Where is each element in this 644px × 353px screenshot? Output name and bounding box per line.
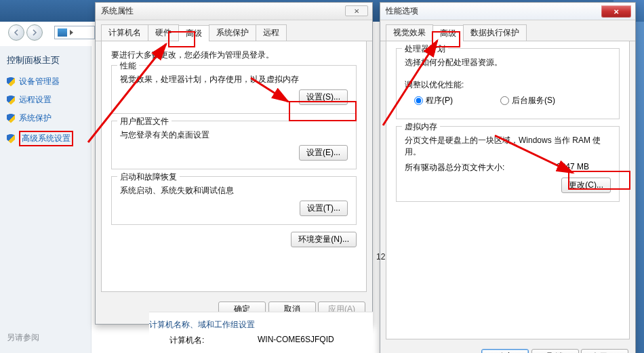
control-panel-sidebar: 控制面板主页 设备管理器 远程设置 系统保护 高级系统设置 另请参阅 — [0, 46, 92, 353]
sidebar-item-label: 设备管理器 — [19, 76, 60, 87]
tab-system-protection[interactable]: 系统保护 — [209, 24, 256, 41]
shield-icon — [7, 114, 15, 123]
cancel-button[interactable]: 取消 — [531, 349, 579, 353]
group-legend: 性能 — [117, 60, 139, 72]
group-virtual-memory: 虚拟内存 分页文件是硬盘上的一块区域，Windows 当作 RAM 使用。 所有… — [396, 126, 620, 202]
group-user-profiles: 用户配置文件 与您登录有关的桌面设置 设置(E)... — [111, 121, 357, 169]
computer-name-value: WIN-COME6SJFQID — [258, 335, 334, 346]
breadcrumb[interactable] — [54, 26, 95, 39]
sidebar-title: 控制面板主页 — [7, 54, 84, 66]
see-also-heading: 另请参阅 — [7, 332, 39, 344]
radio-programs[interactable]: 程序(P) — [414, 95, 453, 106]
nav-back-forward — [8, 24, 43, 41]
group-startup-recovery: 启动和故障恢复 系统启动、系统失败和调试信息 设置(T)... — [111, 176, 357, 225]
sidebar-item-label: 远程设置 — [19, 94, 52, 106]
tab-computer-name[interactable]: 计算机名 — [101, 24, 148, 41]
adjust-label: 调整以优化性能: — [405, 79, 611, 91]
apply-button[interactable]: 应用(A) — [581, 349, 628, 353]
group-desc: 与您登录有关的桌面设置 — [120, 129, 348, 141]
group-desc: 系统启动、系统失败和调试信息 — [120, 185, 348, 196]
radio-label: 程序(P) — [426, 95, 453, 106]
radio-background-input[interactable] — [500, 96, 509, 105]
group-legend: 处理器计划 — [402, 43, 448, 55]
tab-body: 处理器计划 选择如何分配处理器资源。 调整以优化性能: 程序(P) 后台服务(S… — [386, 41, 630, 339]
shield-icon — [7, 96, 15, 105]
computer-icon — [58, 28, 67, 37]
sidebar-item-label: 系统保护 — [19, 112, 52, 124]
section-heading: 计算机名称、域和工作组设置 — [149, 319, 373, 331]
tab-visual-effects[interactable]: 视觉效果 — [386, 24, 433, 41]
group-desc: 选择如何分配处理器资源。 — [405, 57, 611, 68]
stray-text-12: 12 — [376, 252, 385, 262]
admin-note: 要进行大多数更改，您必须作为管理员登录。 — [111, 49, 357, 61]
arrow-left-icon — [13, 29, 20, 36]
tabs-row: 视觉效果 高级 数据执行保护 — [380, 20, 635, 41]
shield-icon — [7, 134, 15, 144]
environment-variables-button[interactable]: 环境变量(N)... — [291, 232, 357, 247]
sidebar-item-remote-settings[interactable]: 远程设置 — [7, 94, 84, 106]
vm-change-button[interactable]: 更改(C)... — [561, 178, 611, 193]
radio-label: 后台服务(S) — [512, 95, 555, 106]
vm-total-value: 2047 MB — [557, 162, 611, 173]
sidebar-item-advanced-system-settings[interactable]: 高级系统设置 — [7, 131, 84, 146]
radio-programs-input[interactable] — [414, 96, 423, 105]
group-legend: 用户配置文件 — [117, 116, 172, 127]
back-button[interactable] — [8, 24, 24, 41]
ok-button[interactable]: 确定 — [481, 349, 529, 353]
arrow-right-icon — [31, 29, 38, 36]
dialog-titlebar: 系统属性 — [96, 3, 372, 20]
forward-button[interactable] — [26, 24, 43, 41]
tab-advanced[interactable]: 高级 — [178, 25, 209, 41]
tab-body: 要进行大多数更改，您必须作为管理员登录。 性能 视觉效果，处理器计划，内存使用，… — [101, 41, 367, 292]
window-right-frame — [636, 22, 644, 353]
dialog-titlebar: 性能选项 — [380, 3, 635, 20]
close-button[interactable] — [345, 5, 368, 16]
group-legend: 虚拟内存 — [402, 121, 440, 133]
radio-background-services[interactable]: 后台服务(S) — [500, 95, 555, 106]
group-legend: 启动和故障恢复 — [117, 171, 180, 183]
vm-desc: 分页文件是硬盘上的一块区域，Windows 当作 RAM 使用。 — [405, 135, 611, 158]
sidebar-item-system-protection[interactable]: 系统保护 — [7, 112, 84, 124]
group-desc: 视觉效果，处理器计划，内存使用，以及虚拟内存 — [120, 74, 348, 85]
user-profiles-settings-button[interactable]: 设置(E)... — [299, 145, 348, 161]
group-processor-scheduling: 处理器计划 选择如何分配处理器资源。 调整以优化性能: 程序(P) 后台服务(S… — [396, 48, 620, 119]
sidebar-item-device-manager[interactable]: 设备管理器 — [7, 76, 84, 87]
dialog-footer: 确定 取消 应用(A) — [380, 345, 635, 353]
tab-hardware[interactable]: 硬件 — [148, 24, 179, 41]
tab-advanced[interactable]: 高级 — [432, 25, 464, 41]
chevron-right-icon — [70, 30, 73, 35]
group-performance: 性能 视觉效果，处理器计划，内存使用，以及虚拟内存 设置(S)... — [111, 65, 357, 114]
tabs-row: 计算机名 硬件 高级 系统保护 远程 — [96, 20, 372, 41]
system-properties-dialog: 系统属性 计算机名 硬件 高级 系统保护 远程 要进行大多数更改，您必须作为管理… — [95, 2, 373, 325]
dialog-title: 系统属性 — [101, 5, 134, 17]
shield-icon — [7, 77, 15, 87]
computer-name-section: 计算机名称、域和工作组设置 计算机名: WIN-COME6SJFQID — [149, 312, 373, 346]
dialog-title: 性能选项 — [386, 5, 418, 17]
tab-dep[interactable]: 数据执行保护 — [463, 24, 527, 41]
performance-options-dialog: 性能选项 视觉效果 高级 数据执行保护 处理器计划 选择如何分配处理器资源。 调… — [380, 2, 636, 353]
computer-name-label: 计算机名: — [149, 335, 258, 346]
sidebar-item-label: 高级系统设置 — [19, 131, 73, 146]
startup-recovery-settings-button[interactable]: 设置(T)... — [300, 201, 348, 216]
close-button[interactable] — [601, 5, 631, 18]
tab-remote[interactable]: 远程 — [256, 24, 287, 41]
vm-total-label: 所有驱动器总分页文件大小: — [405, 162, 504, 173]
performance-settings-button[interactable]: 设置(S)... — [299, 89, 348, 105]
